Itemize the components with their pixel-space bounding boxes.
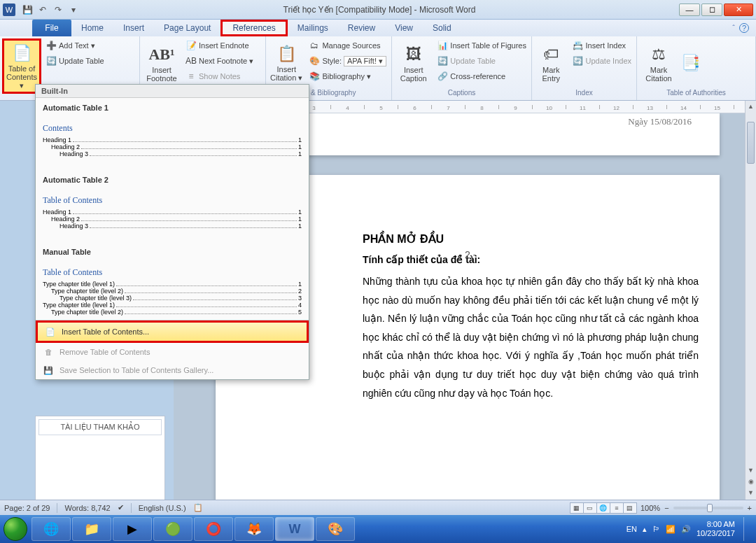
manage-sources-icon: 🗂 (309, 40, 320, 51)
tab-view[interactable]: View (385, 20, 423, 36)
start-button[interactable] (0, 515, 31, 543)
toc-template-title: Automatic Table 1 (43, 104, 302, 112)
taskbar-word[interactable]: W (275, 517, 314, 541)
update-captions-button[interactable]: 🔄Update Table (434, 54, 529, 68)
file-tab[interactable]: File (32, 20, 71, 36)
window-controls: — ◻ ✕ (679, 3, 756, 16)
save-toc-label: Save Selection to Table of Contents Gall… (59, 366, 214, 374)
tray-clock[interactable]: 8:00 AM 10/23/2017 (696, 520, 735, 538)
vertical-scrollbar[interactable]: ▲ ▼ ◉ ▼ (745, 101, 756, 504)
redo-icon[interactable]: ↷ (52, 3, 64, 16)
minimize-ribbon-icon[interactable]: ˆ (732, 24, 735, 32)
track-changes-icon[interactable]: 📋 (193, 503, 203, 512)
prev-page-icon[interactable]: ◉ (746, 476, 756, 487)
help-icon[interactable]: ? (739, 23, 749, 33)
close-button[interactable]: ✕ (724, 3, 753, 16)
status-language[interactable]: English (U.S.) (139, 504, 186, 512)
zoom-out-icon[interactable]: − (664, 504, 668, 512)
taskbar-paint[interactable]: 🎨 (316, 517, 355, 541)
tab-page-layout[interactable]: Page Layout (154, 20, 220, 36)
insert-index-button[interactable]: 📇Insert Index (570, 38, 634, 52)
authorities-icon: 📑 (679, 52, 701, 74)
zoom-in-icon[interactable]: + (748, 504, 752, 512)
footnote-icon: AB¹ (150, 43, 173, 66)
toc-template-auto1[interactable]: Automatic Table 1 Contents Heading 11 He… (36, 98, 309, 170)
tray-lang[interactable]: EN (626, 525, 637, 533)
taskbar-coccoc[interactable]: 🟢 (153, 517, 192, 541)
tray-expand-icon[interactable]: ▴ (643, 525, 647, 534)
insert-endnote-button[interactable]: 📝Insert Endnote (183, 38, 256, 52)
show-desktop-button[interactable] (743, 517, 752, 541)
toc-template-title: Manual Table (43, 248, 302, 256)
zoom-slider[interactable] (673, 507, 743, 509)
toc-template-auto2[interactable]: Automatic Table 2 Table of Contents Head… (36, 170, 309, 242)
status-page[interactable]: Page: 2 of 29 (4, 504, 50, 512)
save-icon[interactable]: 💾 (21, 3, 34, 16)
draft-view-icon[interactable]: ▤ (623, 502, 637, 514)
endnote-icon: 📝 (186, 40, 197, 51)
scroll-up-icon[interactable]: ▲ (746, 101, 756, 112)
web-layout-view-icon[interactable]: 🌐 (596, 502, 610, 514)
crossref-icon: 🔗 (437, 71, 448, 82)
tab-review[interactable]: Review (338, 20, 385, 36)
add-text-button[interactable]: ➕Add Text ▾ (43, 38, 107, 52)
tab-references[interactable]: References (220, 20, 287, 36)
tray-time: 8:00 AM (696, 520, 735, 529)
citation-style-dropdown[interactable]: 🎨Style: APA Fift! ▾ (306, 54, 389, 68)
taskbar-chrome[interactable]: ⭕ (194, 517, 233, 541)
next-footnote-icon: AB (186, 55, 197, 66)
taskbar-ie[interactable]: 🌐 (31, 517, 71, 541)
zoom-level[interactable]: 100% (640, 504, 660, 512)
mark-entry-button[interactable]: 🏷 Mark Entry (534, 38, 568, 87)
bibliography-button[interactable]: 📚Bibliography ▾ (306, 69, 389, 83)
insert-citation-button[interactable]: 📋 Insert Citation ▾ (268, 38, 304, 87)
next-page-icon[interactable]: ▼ (746, 487, 756, 498)
maximize-button[interactable]: ◻ (701, 3, 722, 16)
fullscreen-view-icon[interactable]: ▭ (583, 502, 597, 514)
undo-icon[interactable]: ↶ (36, 3, 49, 16)
zoom-knob[interactable] (707, 504, 713, 512)
minimize-button[interactable]: — (679, 3, 700, 16)
scroll-thumb[interactable] (747, 122, 755, 164)
tab-mailings[interactable]: Mailings (288, 20, 338, 36)
scroll-down-icon[interactable]: ▼ (746, 465, 756, 476)
tab-home[interactable]: Home (71, 20, 113, 36)
save-toc-selection-menuitem[interactable]: 💾 Save Selection to Table of Contents Ga… (36, 361, 309, 379)
print-layout-view-icon[interactable]: ▦ (570, 502, 584, 514)
update-table-button[interactable]: 🔄Update Table (43, 54, 107, 68)
mark-citation-icon: ⚖ (648, 43, 670, 66)
figures-icon: 📊 (437, 40, 448, 51)
insert-caption-button[interactable]: 🖼 Insert Caption (394, 38, 433, 87)
nav-item[interactable]: TÀI LIỆU THAM KHẢO (38, 419, 162, 435)
qat-dropdown-icon[interactable]: ▾ (67, 3, 80, 16)
insert-toc-menuitem[interactable]: 📄 Insert Table of Contents... (36, 320, 309, 343)
status-words[interactable]: Words: 8,742 (64, 504, 110, 512)
bibliography-icon: 📚 (309, 71, 320, 82)
update-index-button[interactable]: 🔄Update Index (570, 54, 634, 68)
navigation-pane[interactable]: TÀI LIỆU THAM KHẢO (35, 416, 165, 507)
show-notes-button[interactable]: ≡Show Notes (183, 69, 256, 83)
manage-sources-button[interactable]: 🗂Manage Sources (306, 38, 389, 52)
windows-logo-icon (4, 517, 27, 541)
tray-volume-icon[interactable]: 🔊 (681, 525, 691, 534)
body-paragraph: Những thành tựu của khoa học tự nhiên gầ… (363, 272, 699, 402)
insert-footnote-button[interactable]: AB¹ Insert Footnote (142, 38, 181, 87)
insert-index-icon: 📇 (573, 40, 584, 51)
taskbar-firefox[interactable]: 🦊 (234, 517, 274, 541)
next-footnote-button[interactable]: ABNext Footnote ▾ (183, 54, 256, 68)
taskbar-explorer[interactable]: 📁 (72, 517, 111, 541)
proofing-icon[interactable]: ✔ (118, 503, 124, 512)
tray-flag-icon[interactable]: 🏳 (652, 525, 660, 533)
cross-reference-button[interactable]: 🔗Cross-reference (434, 69, 529, 83)
update-icon: 🔄 (46, 55, 57, 66)
authorities-extra-button[interactable]: 📑 (680, 38, 701, 87)
tab-insert[interactable]: Insert (113, 20, 154, 36)
insert-table-figures-button[interactable]: 📊Insert Table of Figures (434, 38, 529, 52)
toc-template-manual[interactable]: Manual Table Table of Contents Type chap… (36, 242, 309, 320)
tray-network-icon[interactable]: 📶 (666, 525, 676, 534)
taskbar-media[interactable]: ▶ (113, 517, 152, 541)
outline-view-icon[interactable]: ≡ (610, 502, 624, 514)
remove-toc-menuitem[interactable]: 🗑 Remove Table of Contents (36, 343, 309, 361)
tab-solid[interactable]: Solid (423, 20, 461, 36)
mark-citation-button[interactable]: ⚖ Mark Citation (639, 38, 678, 87)
